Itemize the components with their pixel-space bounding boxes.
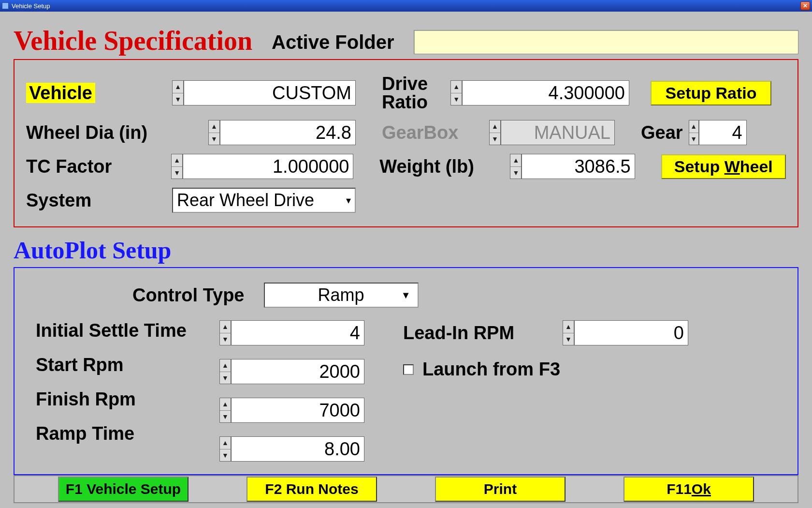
chevron-down-icon: ▼ [395, 290, 411, 301]
active-folder-field[interactable] [414, 30, 798, 54]
bottom-toolbar: F1 Vehicle Setup F2 Run Notes Print F11 … [14, 475, 798, 503]
f2-run-notes-button[interactable]: F2 Run Notes [246, 477, 377, 502]
spinner-up-icon[interactable]: ▲ [220, 437, 231, 449]
spinner-up-icon[interactable]: ▲ [220, 359, 231, 372]
spinner-up-icon[interactable]: ▲ [563, 321, 574, 333]
drive-ratio-spinner[interactable]: ▲▼ [450, 80, 629, 105]
autoplot-group: Control Type Ramp ▼ Initial Settle Time … [14, 267, 798, 475]
initial-settle-spinner[interactable]: ▲▼ [219, 320, 364, 345]
weight-label: Weight (lb) [379, 156, 504, 177]
spinner-up-icon[interactable]: ▲ [220, 321, 231, 333]
weight-spinner[interactable]: ▲▼ [510, 154, 635, 179]
finish-rpm-input[interactable] [231, 398, 364, 423]
spinner-down-icon[interactable]: ▼ [172, 167, 182, 179]
leadin-rpm-label: Lead-In RPM [403, 323, 548, 344]
tc-factor-spinner[interactable]: ▲▼ [171, 154, 353, 179]
spinner-down-icon[interactable]: ▼ [209, 133, 219, 145]
initial-settle-label: Initial Settle Time [36, 320, 219, 341]
setup-ratio-button[interactable]: Setup Ratio [651, 81, 771, 105]
spinner-up-icon[interactable]: ▲ [510, 154, 521, 167]
vehicle-input[interactable] [184, 80, 356, 105]
gear-label: Gear [641, 122, 683, 143]
tc-factor-label: TC Factor [26, 156, 165, 177]
spinner-down-icon[interactable]: ▼ [451, 93, 462, 105]
weight-input[interactable] [522, 154, 635, 179]
vehicle-spinner[interactable]: ▲▼ [172, 80, 356, 105]
launch-f3-checkbox[interactable] [403, 364, 414, 375]
spinner-down-icon[interactable]: ▼ [220, 333, 231, 345]
spinner-down-icon[interactable]: ▼ [173, 93, 183, 105]
spinner-down-icon[interactable]: ▼ [563, 333, 574, 345]
wheel-dia-spinner[interactable]: ▲▼ [208, 120, 356, 145]
spinner-up-icon[interactable]: ▲ [209, 120, 219, 133]
vehicle-spec-heading: Vehicle Specification [14, 25, 252, 56]
autoplot-heading: AutoPlot Setup [14, 236, 798, 264]
tc-factor-input[interactable] [183, 154, 353, 179]
gearbox-value: MANUAL [501, 120, 615, 145]
start-rpm-spinner[interactable]: ▲▼ [219, 359, 364, 384]
drive-ratio-label: DriveRatio [382, 75, 445, 111]
wheel-dia-label: Wheel Dia (in) [26, 122, 203, 143]
initial-settle-input[interactable] [231, 320, 364, 345]
spinner-down-icon: ▼ [490, 133, 500, 145]
control-type-combo[interactable]: Ramp ▼ [264, 283, 419, 308]
spinner-up-icon[interactable]: ▲ [172, 154, 182, 167]
setup-wheel-button[interactable]: Setup Wheel [661, 154, 786, 179]
ramp-time-input[interactable] [231, 436, 364, 462]
spinner-down-icon[interactable]: ▼ [510, 167, 521, 179]
gear-spinner[interactable]: ▲▼ [689, 120, 747, 145]
spinner-down-icon[interactable]: ▼ [220, 449, 231, 462]
chevron-down-icon: ▾ [340, 194, 351, 206]
ramp-time-spinner[interactable]: ▲▼ [219, 436, 364, 462]
spinner-up-icon[interactable]: ▲ [220, 398, 231, 411]
close-button[interactable]: ✕ [800, 1, 810, 10]
spinner-down-icon[interactable]: ▼ [220, 411, 231, 423]
leadin-rpm-input[interactable] [574, 320, 688, 345]
gearbox-spinner: ▲▼ MANUAL [489, 120, 615, 145]
system-combo[interactable]: Rear Wheel Drive ▾ [172, 188, 356, 213]
vehicle-label: Vehicle [26, 83, 95, 103]
finish-rpm-label: Finish Rpm [36, 389, 219, 410]
start-rpm-label: Start Rpm [36, 355, 219, 375]
spinner-up-icon: ▲ [490, 120, 500, 133]
ramp-time-label: Ramp Time [36, 423, 219, 444]
f11-ok-button[interactable]: F11 Ok [624, 477, 754, 502]
wheel-dia-input[interactable] [220, 120, 356, 145]
spinner-up-icon[interactable]: ▲ [689, 120, 698, 133]
gear-input[interactable] [699, 120, 747, 145]
gearbox-label: GearBox [382, 122, 483, 143]
system-value: Rear Wheel Drive [177, 190, 314, 210]
start-rpm-input[interactable] [231, 359, 364, 384]
window-title: Vehicle Setup [12, 2, 50, 10]
system-label: System [26, 190, 166, 211]
spinner-up-icon[interactable]: ▲ [173, 81, 183, 93]
active-folder-label: Active Folder [272, 31, 394, 53]
control-type-label: Control Type [132, 285, 245, 306]
spinner-down-icon[interactable]: ▼ [689, 133, 698, 145]
leadin-rpm-spinner[interactable]: ▲▼ [563, 320, 688, 345]
spinner-down-icon[interactable]: ▼ [220, 372, 231, 384]
launch-f3-label: Launch from F3 [422, 359, 560, 380]
f1-vehicle-setup-button[interactable]: F1 Vehicle Setup [58, 477, 188, 502]
app-icon [2, 2, 9, 9]
control-type-value: Ramp [318, 285, 364, 305]
print-button[interactable]: Print [435, 477, 566, 502]
finish-rpm-spinner[interactable]: ▲▼ [219, 398, 364, 423]
drive-ratio-input[interactable] [462, 80, 629, 105]
spinner-up-icon[interactable]: ▲ [451, 81, 462, 93]
title-bar: Vehicle Setup ✕ [0, 0, 812, 12]
vehicle-spec-group: Vehicle ▲▼ DriveRatio ▲▼ Setup Ratio Whe… [14, 59, 798, 227]
